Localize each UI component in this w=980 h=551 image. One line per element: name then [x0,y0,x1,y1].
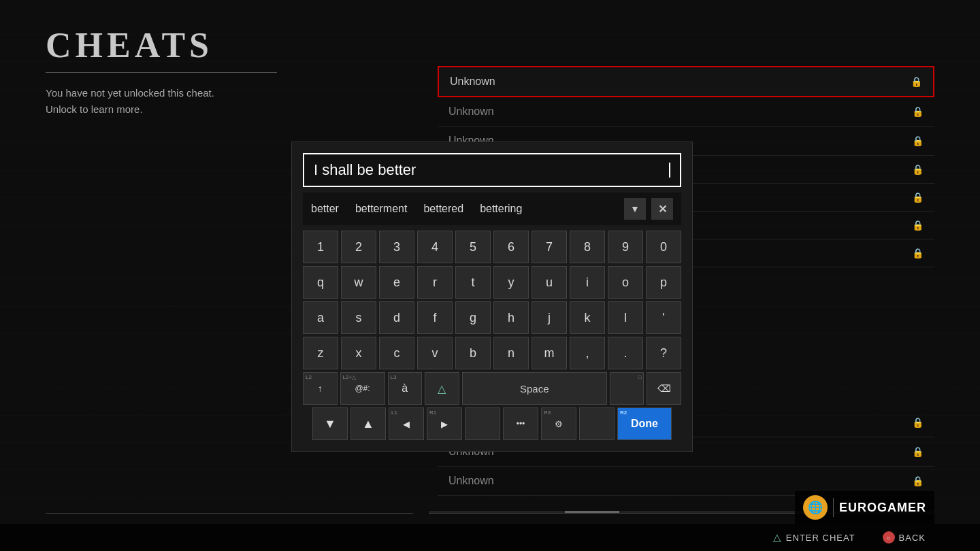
key-period[interactable]: . [608,337,643,369]
key-p[interactable]: p [646,266,681,299]
suggestion-1[interactable]: better [311,203,339,215]
key-5[interactable]: 5 [455,231,491,263]
sublabel-l2plus: L2+△ [343,375,357,380]
key-r[interactable]: r [417,266,453,299]
triangle-icon: △ [773,531,782,544]
key-question[interactable]: ? [646,337,681,369]
key-6[interactable]: 6 [493,231,529,263]
key-up-arrow[interactable]: ▲ [350,407,386,440]
sublabel-l3: L3 [391,375,397,380]
key-apostrophe[interactable]: ' [646,301,681,334]
keyboard-rows: 1 2 3 4 5 6 7 8 9 0 q w e r t y u i o p … [303,231,681,440]
key-comma[interactable]: , [570,337,605,369]
key-e[interactable]: e [379,266,414,299]
key-h[interactable]: h [493,301,529,334]
suggestion-3[interactable]: bettered [423,203,463,215]
autocomplete-bar: better betterment bettered bettering ▼ ✕ [303,193,681,225]
key-8[interactable]: 8 [570,231,605,263]
key-symbols[interactable]: L2+△ @#: [340,372,385,405]
key-u[interactable]: u [532,266,567,299]
text-cursor [669,163,670,178]
left-bottom-divider [46,513,413,514]
key-s[interactable]: s [341,301,376,334]
enter-cheat-label: Enter Cheat [786,533,855,543]
key-left-arrow[interactable]: L1 ◀ [389,407,424,440]
key-c[interactable]: c [379,337,414,369]
left-panel: CHEATS You have not yet unlocked this ch… [46,25,420,118]
key-dots[interactable]: ••• [503,407,538,440]
special-row-1: L2 ↑ L2+△ @#: L3 à △ Space □ ⌫ [303,372,681,405]
lock-icon: 🔒 [912,417,924,428]
key-w[interactable]: w [341,266,376,299]
key-empty-2 [579,407,615,440]
zxcv-row: z x c v b n m , . ? [303,337,681,369]
key-j[interactable]: j [532,301,567,334]
eurogamer-brand: EUROGAMER [839,501,926,515]
key-gamepad[interactable]: R3 ⚙ [541,407,576,440]
key-m[interactable]: m [532,337,567,369]
key-o[interactable]: o [608,266,643,299]
suggestion-2[interactable]: betterment [355,203,407,215]
key-x[interactable]: x [341,337,376,369]
key-0[interactable]: 0 [646,231,681,263]
key-accent[interactable]: L3 à [388,372,423,405]
key-triangle[interactable]: △ [425,372,459,405]
key-3[interactable]: 3 [379,231,414,263]
lock-icon: 🔒 [912,192,924,203]
autocomplete-close[interactable]: ✕ [651,198,673,220]
back-label: Back [899,533,926,543]
scroll-thumb [565,511,619,513]
key-z[interactable]: z [303,337,338,369]
enter-cheat-hint: △ Enter Cheat [773,531,855,544]
key-right-arrow[interactable]: R1 ▶ [427,407,462,440]
key-k[interactable]: k [570,301,605,334]
key-done[interactable]: R2 Done [617,407,672,440]
bottom-bar: △ Enter Cheat ○ Back [0,524,980,551]
key-a[interactable]: a [303,301,338,334]
key-g[interactable]: g [455,301,491,334]
lock-icon: 🔒 [912,446,924,457]
key-b[interactable]: b [455,337,491,369]
asdf-row: a s d f g h j k l ' [303,301,681,334]
key-i[interactable]: i [570,266,605,299]
sublabel-r3: R3 [544,410,551,416]
key-d[interactable]: d [379,301,414,334]
cheat-item-label: Unknown [450,76,495,88]
key-v[interactable]: v [417,337,453,369]
key-upload[interactable]: L2 ↑ [303,372,338,405]
autocomplete-dropdown[interactable]: ▼ [624,198,646,220]
key-2[interactable]: 2 [341,231,376,263]
key-n[interactable]: n [493,337,529,369]
key-7[interactable]: 7 [532,231,567,263]
key-down-arrow[interactable]: ▼ [312,407,348,440]
autocomplete-controls: ▼ ✕ [624,198,673,220]
cheat-item-2[interactable]: Unknown 🔒 [438,97,934,127]
key-f[interactable]: f [417,301,453,334]
number-row: 1 2 3 4 5 6 7 8 9 0 [303,231,681,263]
sublabel-square: □ [638,375,642,380]
suggestion-4[interactable]: bettering [480,203,522,215]
title-divider [46,72,277,73]
cheat-item-label: Unknown [448,105,494,118]
key-backspace[interactable]: ⌫ [647,372,681,405]
special-row-2: ▼ ▲ L1 ◀ R1 ▶ ••• R3 ⚙ R2 Done [303,407,681,440]
lock-icon: 🔒 [912,106,924,117]
input-text: I shall be better [314,161,668,179]
eurogamer-divider [833,498,834,517]
key-space[interactable]: Space [462,372,607,405]
key-square[interactable]: □ [610,372,644,405]
key-4[interactable]: 4 [417,231,453,263]
key-empty-1 [465,407,500,440]
key-q[interactable]: q [303,266,338,299]
key-l[interactable]: l [608,301,643,334]
text-input-area[interactable]: I shall be better [303,153,681,187]
key-t[interactable]: t [455,266,491,299]
key-y[interactable]: y [493,266,529,299]
lock-icon: 🔒 [912,475,924,486]
cheat-item-1[interactable]: Unknown 🔒 [438,66,934,97]
lock-icon: 🔒 [912,164,924,175]
keyboard-overlay: I shall be better better betterment bett… [291,141,693,452]
key-9[interactable]: 9 [608,231,643,263]
key-1[interactable]: 1 [303,231,338,263]
sublabel-r1: R1 [429,410,436,416]
